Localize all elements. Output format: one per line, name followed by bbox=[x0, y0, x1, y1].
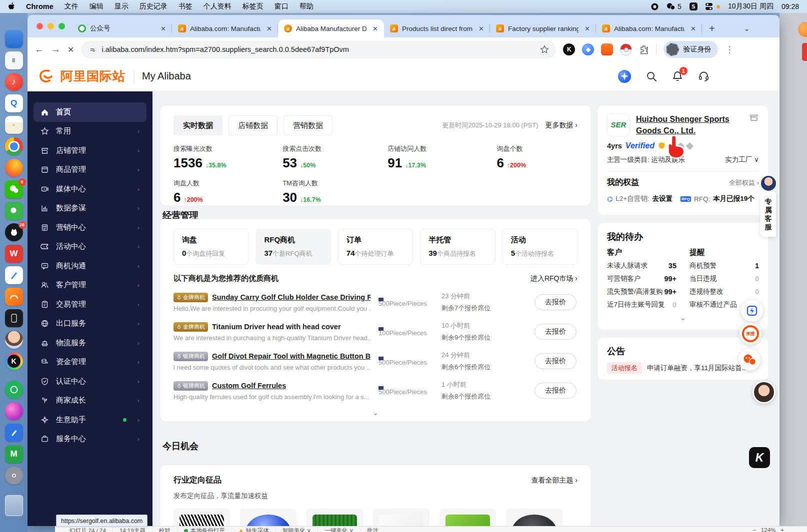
one-key-beautify[interactable]: 一键美化 ∨ bbox=[318, 527, 360, 532]
todo-row[interactable]: 商机预警1 bbox=[690, 259, 759, 272]
missing-font-warning[interactable]: 缺失字体 bbox=[232, 527, 276, 532]
mini-card-activities[interactable]: 活动 5个活动待报名 bbox=[502, 229, 578, 265]
tab-close-icon[interactable]: ✕ bbox=[476, 25, 486, 32]
rfq-title-link[interactable]: Golf Divot Repair Tool with Magnetic But… bbox=[212, 352, 370, 360]
toggle-menubar-icon[interactable] bbox=[706, 3, 720, 10]
rfq-item-row[interactable]: 金牌商机 Titanium Driver head with head cove… bbox=[174, 321, 578, 342]
mini-card-inquiries[interactable]: 询盘 0个询盘待回复 bbox=[174, 229, 248, 265]
menu-help[interactable]: 帮助 bbox=[300, 2, 314, 11]
tab-close-icon[interactable]: ✕ bbox=[264, 25, 274, 32]
dock-m-app-icon[interactable]: M bbox=[5, 445, 23, 463]
todo-row[interactable]: 违规待整改0 bbox=[690, 285, 759, 298]
alibaba-logo[interactable]: 阿里国际站 bbox=[38, 68, 126, 84]
rfq-item-row[interactable]: 银牌商机 Golf Divot Repair Tool with Magneti… bbox=[174, 351, 578, 372]
sidebar-item-favorites[interactable]: 常用› bbox=[34, 122, 146, 141]
extensions-puzzle-icon[interactable] bbox=[639, 44, 649, 54]
maximize-window-button[interactable] bbox=[58, 23, 65, 29]
rfq-market-link[interactable]: 进入RFQ市场 › bbox=[530, 274, 578, 283]
mini-card-rfq[interactable]: RFQ商机 37个新RFQ商机 bbox=[256, 229, 330, 265]
view-all-topics-link[interactable]: 查看全部主题 › bbox=[531, 476, 578, 485]
sidebar-item-customer-mgmt[interactable]: 客户管理› bbox=[34, 276, 146, 295]
dock-w-app-icon[interactable]: W bbox=[5, 245, 23, 263]
stat-tm-consults[interactable]: TM咨询人数 30↓16.7% bbox=[282, 179, 388, 205]
omnibox[interactable]: i.alibaba.com/index.htm?spm=a2700.suppli… bbox=[81, 41, 556, 58]
cs-agent-avatar[interactable] bbox=[760, 175, 777, 192]
floating-red-tag[interactable] bbox=[802, 43, 807, 61]
sidebar-item-business-assistant[interactable]: 生意助手 › bbox=[34, 410, 146, 430]
quote-button[interactable]: 去报价 bbox=[534, 383, 576, 399]
wechat-floating-icon[interactable] bbox=[738, 349, 760, 371]
bookmark-star-icon[interactable] bbox=[540, 45, 549, 54]
sidebar-item-data-advisor[interactable]: 数据参谋› bbox=[34, 199, 146, 218]
sidebar-item-business-chat[interactable]: 商机沟通› bbox=[34, 256, 146, 276]
expand-chevron-icon[interactable]: ⌄ bbox=[174, 408, 578, 417]
tab-alibaba-manufact-2[interactable]: a Alibaba.com: Manufactu ✕ bbox=[596, 19, 702, 37]
smart-beautify[interactable]: 智能美化 ∨ bbox=[276, 527, 318, 532]
tab-close-icon[interactable]: ✕ bbox=[582, 25, 592, 32]
notifications-bell-icon[interactable]: 1 bbox=[672, 70, 683, 82]
dock-alisupplier-icon[interactable] bbox=[5, 288, 23, 306]
dock-device-app-icon[interactable] bbox=[5, 309, 23, 327]
storefront-icon[interactable] bbox=[749, 113, 759, 136]
backup-status[interactable]: 本地备份打开 bbox=[178, 527, 232, 532]
menubar-app-name[interactable]: Chrome bbox=[26, 2, 54, 10]
stat-inquiry-people[interactable]: 询盘人数 6↑200% bbox=[174, 179, 282, 205]
dock-trash-icon[interactable] bbox=[5, 495, 23, 516]
quote-button[interactable]: 去报价 bbox=[534, 353, 576, 369]
todo-row[interactable]: 流失预警/高潜复购99+ bbox=[607, 285, 676, 298]
dock-k-app-icon[interactable]: K bbox=[5, 352, 23, 370]
forward-button[interactable]: → bbox=[51, 44, 60, 55]
sidebar-item-activity-center[interactable]: 活动中心› bbox=[34, 237, 146, 257]
stop-loading-button[interactable]: ✕ bbox=[68, 45, 74, 54]
dock-cat-app-icon[interactable]: 28 bbox=[5, 223, 23, 241]
tab-close-icon[interactable]: ✕ bbox=[158, 25, 168, 32]
site-settings-icon[interactable] bbox=[88, 45, 96, 54]
product-thumb-green-ramp[interactable] bbox=[440, 509, 496, 526]
menu-file[interactable]: 文件 bbox=[64, 2, 78, 11]
rfq-title-link[interactable]: Titanium Driver head with head cover bbox=[212, 323, 341, 331]
l2-setup-link[interactable]: 去设置 bbox=[652, 194, 673, 203]
dock-editor-app-icon[interactable] bbox=[5, 424, 23, 442]
s-app-menubar-icon[interactable]: S bbox=[690, 2, 698, 10]
record-status-icon[interactable] bbox=[651, 3, 658, 10]
quick-tool-lightning-icon[interactable] bbox=[741, 300, 763, 322]
annotate-label[interactable]: 批注 bbox=[360, 527, 385, 532]
assistant-avatar-floating[interactable] bbox=[752, 381, 776, 404]
product-thumb-brush[interactable] bbox=[174, 509, 230, 526]
verify-identity-button[interactable]: 验证身份 bbox=[664, 41, 718, 58]
proofread-label[interactable]: 校对 bbox=[152, 527, 178, 532]
tab-marketing-data[interactable]: 营销数据 bbox=[284, 115, 332, 135]
dock-pen-app-icon[interactable] bbox=[5, 266, 23, 284]
dock-avatar-photo-icon[interactable] bbox=[5, 331, 23, 349]
url-text[interactable]: i.alibaba.com/index.htm?spm=a2700.suppli… bbox=[102, 45, 535, 53]
mini-card-orders[interactable]: 订单 74个待处理订单 bbox=[338, 229, 413, 265]
dock-green-app-icon[interactable] bbox=[5, 381, 23, 399]
product-thumb-white-item[interactable] bbox=[373, 509, 430, 526]
tab-factory-supplier[interactable]: a Factory supplier ranking ✕ bbox=[490, 19, 596, 37]
sidebar-item-trade-mgmt[interactable]: 交易管理› bbox=[34, 295, 146, 314]
dock-firefox-icon[interactable] bbox=[5, 159, 23, 177]
strength-factory-toggle[interactable]: 实力工厂 ∨ bbox=[725, 155, 759, 164]
sidebar-item-logistics-services[interactable]: 物流服务› bbox=[34, 333, 146, 353]
rfq-item-row[interactable]: 金牌商机 Sunday Carry Golf Club Holder Case … bbox=[174, 292, 578, 313]
zoom-control[interactable]: −124%+ bbox=[752, 527, 799, 532]
k-extension-icon[interactable]: K bbox=[563, 43, 575, 55]
tab-products-list[interactable]: a Products list direct from ✕ bbox=[384, 19, 490, 37]
quote-button[interactable]: 去报价 bbox=[534, 294, 576, 310]
rfq-title-link[interactable]: Custom Golf Ferrules bbox=[212, 382, 286, 390]
tab-search-chevron-icon[interactable]: ⌄ bbox=[744, 19, 750, 37]
menu-history[interactable]: 历史记录 bbox=[140, 2, 168, 11]
dock-wechat-icon[interactable]: 5 bbox=[5, 180, 23, 198]
tab-gongzhonghao[interactable]: 公众号 ✕ bbox=[72, 19, 172, 37]
todo-row[interactable]: 近7日待主账号回复0 bbox=[607, 298, 676, 311]
notice-text-link[interactable]: 申请订单融资，享11月国际站首... bbox=[647, 364, 748, 373]
sidebar-item-media-center[interactable]: 媒体中心› bbox=[34, 179, 146, 199]
tab-alibaba-manufacturer-active[interactable]: a Alibaba Manufacturer D ✕ bbox=[278, 19, 384, 37]
tab-close-icon[interactable]: ✕ bbox=[688, 25, 698, 32]
menu-tabs[interactable]: 标签页 bbox=[242, 2, 264, 11]
back-button[interactable]: ← bbox=[34, 44, 44, 55]
dedicated-customer-service-tab[interactable]: 专属客服 bbox=[760, 192, 776, 237]
product-thumb-mesh-bag[interactable] bbox=[506, 509, 562, 526]
apple-icon[interactable] bbox=[8, 2, 15, 10]
orange-extension-icon[interactable] bbox=[601, 43, 613, 55]
